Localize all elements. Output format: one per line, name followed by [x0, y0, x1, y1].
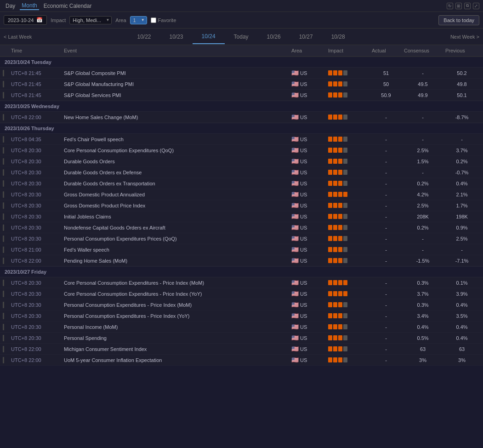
area-select-wrapper[interactable]: 1 ▼ [130, 16, 147, 24]
refresh-icon[interactable]: ↻ [447, 3, 453, 9]
nav-date-1027[interactable]: 10/27 [290, 30, 322, 44]
table-row[interactable]: UTC+8 20:30Durable Goods Orders ex Trans… [0, 178, 483, 189]
area-code: US [300, 192, 307, 197]
table-row[interactable]: UTC+8 20:30Gross Domestic Product Price … [0, 200, 483, 211]
top-bar: Day Month Economic Calendar ↻ ⊞ ⧉ ⤢ [0, 0, 483, 12]
row-area: 🇺🇸US [290, 356, 326, 363]
impact-bar [333, 70, 337, 75]
impact-select-wrapper[interactable]: High, Medi... ▼ [69, 16, 112, 24]
impact-bar [328, 291, 332, 296]
row-indicator [3, 357, 4, 363]
row-event: S&P Global Services PMI [62, 92, 290, 98]
impact-select[interactable]: High, Medi... [69, 16, 112, 24]
row-event: Personal Spending [62, 335, 290, 341]
th-actual: Actual [370, 48, 402, 53]
row-time: UTC+8 20:30 [9, 203, 62, 208]
area-code: US [300, 92, 307, 98]
table-row[interactable]: UTC+8 20:30Personal Consumption Expendit… [0, 310, 483, 322]
table-row[interactable]: UTC+8 20:30Core Personal Consumption Exp… [0, 288, 483, 299]
table-row[interactable]: UTC+8 21:45S&P Global Manufacturing PMI🇺… [0, 79, 483, 90]
row-area: 🇺🇸US [290, 202, 326, 209]
table-row[interactable]: UTC+8 20:30Durable Goods Orders🇺🇸US-1.5%… [0, 156, 483, 167]
row-indicator [3, 147, 4, 154]
nav-today[interactable]: Today [225, 30, 258, 44]
row-time: UTC+8 20:30 [9, 214, 62, 219]
impact-bar [333, 291, 337, 296]
nav-date-1022[interactable]: 10/22 [128, 30, 160, 44]
split-icon[interactable]: ⧉ [464, 3, 471, 9]
row-consensus: - [402, 70, 443, 76]
row-previous: -0.7% [443, 170, 480, 175]
table-row[interactable]: UTC+8 20:30Gross Domestic Product Annual… [0, 189, 483, 200]
table-row[interactable]: UTC+8 21:45S&P Global Services PMI🇺🇸US50… [0, 90, 483, 101]
row-consensus: 2.5% [402, 203, 443, 208]
table-row[interactable]: UTC+8 04:35Fed's Chair Powell speech🇺🇸US… [0, 134, 483, 145]
nav-date-1023[interactable]: 10/23 [160, 30, 193, 44]
date-picker[interactable]: 2023-10-24 📅 [4, 15, 47, 25]
table-row[interactable]: UTC+8 22:00UoM 5-year Consumer Inflation… [0, 355, 483, 366]
table-row[interactable]: UTC+8 20:30Personal Consumption Expendit… [0, 233, 483, 244]
impact-bar [343, 181, 347, 186]
row-impact [326, 203, 370, 208]
area-code: US [300, 236, 307, 241]
row-indicator [3, 247, 4, 253]
row-actual: 51 [370, 70, 402, 76]
nav-date-1024[interactable]: 10/24 [193, 29, 225, 44]
th-area: Area [290, 48, 326, 53]
row-area: 🇺🇸US [290, 147, 326, 154]
impact-bar [338, 192, 342, 197]
table-row[interactable]: UTC+8 20:30Initial Jobless Claims🇺🇸US-20… [0, 211, 483, 222]
row-actual: - [370, 181, 402, 186]
tab-day[interactable]: Day [4, 2, 17, 10]
table-row[interactable]: UTC+8 22:00New Home Sales Change (MoM)🇺🇸… [0, 112, 483, 123]
row-indicator [3, 114, 4, 121]
view-icon[interactable]: ⊞ [455, 3, 462, 9]
row-impact [326, 148, 370, 153]
impact-bar [338, 346, 342, 351]
row-impact [326, 291, 370, 296]
next-week-button[interactable]: Next Week > [450, 34, 479, 40]
favorite-checkbox-label[interactable]: Favorite [151, 17, 176, 23]
favorite-checkbox[interactable] [151, 17, 156, 23]
table-row[interactable]: UTC+8 20:30Core Personal Consumption Exp… [0, 277, 483, 288]
nav-date-1026[interactable]: 10/26 [258, 30, 290, 44]
toolbar: 2023-10-24 📅 Impact High, Medi... ▼ Area… [0, 12, 483, 29]
flag-icon: 🇺🇸 [291, 136, 299, 143]
impact-bar [343, 357, 347, 362]
flag-icon: 🇺🇸 [291, 301, 299, 308]
row-consensus: 0.5% [402, 335, 443, 341]
nav-bar: < Last Week 10/22 10/23 10/24 Today 10/2… [0, 29, 483, 45]
area-select[interactable]: 1 [130, 16, 147, 24]
row-indicator [3, 180, 4, 187]
prev-week-button[interactable]: < Last Week [4, 34, 32, 40]
table-row[interactable]: UTC+8 20:30Personal Spending🇺🇸US-0.5%0.4… [0, 333, 483, 344]
table-row[interactable]: UTC+8 20:30Durable Goods Orders ex Defen… [0, 167, 483, 178]
area-code: US [300, 357, 307, 363]
nav-date-1028[interactable]: 10/28 [322, 30, 354, 44]
row-consensus: 3% [402, 357, 443, 363]
flag-icon: 🇺🇸 [291, 202, 299, 209]
row-impact [326, 192, 370, 197]
row-indicator [3, 191, 4, 198]
table-row[interactable]: UTC+8 22:00Pending Home Sales (MoM)🇺🇸US-… [0, 255, 483, 266]
impact-bar [333, 236, 337, 241]
flag-icon: 🇺🇸 [291, 323, 299, 330]
table-row[interactable]: UTC+8 21:00Fed's Waller speech🇺🇸US--- [0, 244, 483, 255]
impact-bar [333, 203, 337, 208]
table-row[interactable]: UTC+8 20:30Core Personal Consumption Exp… [0, 145, 483, 156]
table-row[interactable]: UTC+8 20:30Nondefense Capital Goods Orde… [0, 222, 483, 233]
expand-icon[interactable]: ⤢ [473, 3, 479, 9]
impact-bar [338, 324, 342, 329]
tab-month[interactable]: Month [20, 2, 39, 10]
impact-bar [343, 291, 347, 296]
row-actual: - [370, 357, 402, 363]
row-consensus: 49.5 [402, 81, 443, 87]
flag-icon: 🇺🇸 [291, 312, 299, 319]
table-row[interactable]: UTC+8 20:30Personal Consumption Expendit… [0, 299, 483, 310]
back-today-button[interactable]: Back to today [438, 15, 479, 25]
impact-bar [343, 280, 347, 285]
table-row[interactable]: UTC+8 22:00Michigan Consumer Sentiment I… [0, 344, 483, 355]
table-row[interactable]: UTC+8 21:45S&P Global Composite PMI🇺🇸US5… [0, 68, 483, 79]
row-area: 🇺🇸US [290, 301, 326, 308]
table-row[interactable]: UTC+8 20:30Personal Income (MoM)🇺🇸US-0.4… [0, 322, 483, 333]
